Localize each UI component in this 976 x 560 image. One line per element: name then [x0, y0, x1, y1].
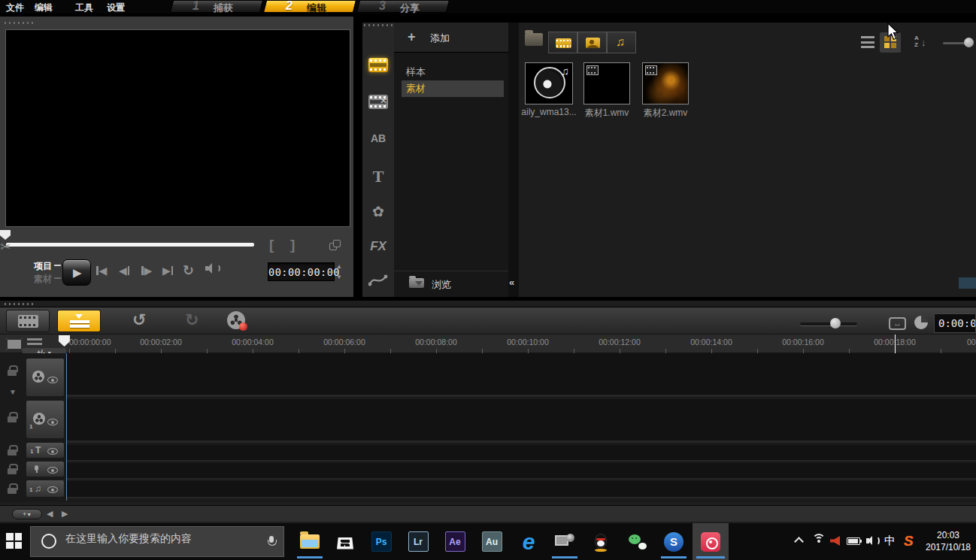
project-mode-label[interactable]: 项目 — [34, 260, 52, 273]
nav-media-icon[interactable] — [362, 58, 394, 75]
spinner-up-icon[interactable]: ▲ — [336, 263, 342, 270]
start-button[interactable] — [6, 533, 22, 549]
volume-tray-icon[interactable] — [866, 535, 879, 546]
sort-button[interactable]: A Z ↓ — [910, 32, 931, 53]
import-folder-icon[interactable] — [525, 33, 543, 46]
tab-capture[interactable]: 1 捕获 — [171, 0, 262, 13]
scroll-left-button[interactable]: ◀ — [47, 509, 53, 519]
taskbar-edge[interactable]: e — [512, 523, 545, 560]
add-header[interactable]: + 添加 — [394, 23, 508, 53]
taskbar-videostudio[interactable] — [548, 523, 581, 560]
library-item-video-2[interactable] — [642, 62, 689, 104]
taskbar-after-effects[interactable]: Ae — [438, 523, 471, 560]
filter-audio-button[interactable]: ♫ — [607, 32, 636, 53]
project-duration-button[interactable] — [914, 316, 928, 329]
battery-icon[interactable] — [847, 537, 860, 545]
voice-track-header[interactable] — [26, 461, 65, 477]
overlay-track-header[interactable]: 1 — [26, 400, 65, 439]
timeline-ruler[interactable]: 00:00:00:00 00:00:02:00 00:00:04:00 00:0… — [0, 334, 976, 353]
list-view-button[interactable] — [857, 32, 878, 53]
menu-settings[interactable]: 设置 — [107, 2, 125, 14]
filter-photo-button[interactable] — [577, 32, 607, 53]
taskbar-clock[interactable]: 20:03 2017/10/18 — [923, 529, 973, 553]
taskbar-audition[interactable]: Au — [475, 523, 508, 560]
library-resize-corner[interactable] — [959, 277, 976, 289]
storyboard-view-button[interactable] — [6, 310, 50, 332]
collapse-panel-button[interactable]: « — [509, 277, 514, 288]
nav-motion-path-icon[interactable] — [362, 273, 394, 291]
playhead-marker[interactable] — [59, 335, 70, 347]
repeat-button[interactable]: ↻ — [183, 262, 194, 279]
overlay-track-row[interactable] — [66, 399, 976, 443]
voice-track-lock-icon[interactable] — [8, 464, 17, 474]
scroll-right-button[interactable]: ▶ — [62, 509, 68, 519]
play-button[interactable]: ▶ — [62, 259, 91, 286]
timeline-view-button[interactable] — [57, 310, 101, 332]
nav-transition-icon[interactable]: ✕ — [362, 95, 394, 112]
search-input[interactable] — [65, 532, 238, 544]
tray-expand-icon[interactable] — [794, 537, 804, 546]
nav-graphic-icon[interactable]: ✿ — [362, 203, 394, 220]
volume-icon[interactable] — [205, 263, 219, 274]
title-track-header[interactable]: 1 T — [26, 442, 65, 459]
wifi-icon[interactable] — [812, 534, 826, 546]
mark-out-button[interactable]: ] — [290, 237, 295, 253]
ime-indicator[interactable]: 中 — [884, 534, 896, 548]
swap-track-button[interactable]: +▼ — [12, 509, 42, 519]
show-all-tracks-icon[interactable] — [6, 338, 23, 350]
browse-button[interactable]: 浏览 — [394, 271, 508, 297]
library-item-audio[interactable]: ♫ — [525, 62, 573, 104]
go-end-button[interactable]: ▶ — [162, 265, 173, 277]
nav-filter-icon[interactable]: FX — [362, 239, 394, 254]
nav-ab-transition-icon[interactable]: AB — [362, 132, 394, 144]
taskbar-photoshop[interactable]: Ps — [365, 523, 398, 560]
preview-timecode[interactable]: 00:00:00:00 — [268, 262, 335, 281]
title-track-row[interactable] — [66, 445, 976, 462]
music-track-row[interactable] — [66, 481, 976, 498]
music-track-header[interactable]: 1 ♫ — [26, 480, 65, 498]
menu-tools[interactable]: 工具 — [75, 2, 93, 14]
clip-mode-label[interactable]: 素材 — [34, 273, 52, 286]
library-item-video-1[interactable] — [583, 62, 630, 104]
music-track-lock-icon[interactable] — [8, 483, 17, 493]
taskbar-store[interactable] — [329, 523, 362, 560]
tray-red-app-icon[interactable] — [830, 536, 840, 546]
next-frame-button[interactable]: ▶ — [141, 265, 152, 277]
thumbnail-size-knob[interactable] — [964, 38, 974, 47]
taskbar-lightroom[interactable]: Lr — [402, 523, 435, 560]
taskbar-wechat[interactable] — [621, 523, 654, 560]
taskbar-search[interactable] — [30, 526, 284, 557]
scrubber-bar[interactable] — [6, 243, 254, 247]
thumbnail-view-button[interactable] — [880, 32, 901, 53]
timeline-zoom-slider[interactable] — [800, 322, 857, 325]
menu-edit[interactable]: 编辑 — [35, 2, 53, 14]
search-mic-icon[interactable] — [267, 536, 276, 549]
video-track-row[interactable] — [66, 353, 976, 397]
spinner-down-icon[interactable]: ▼ — [336, 274, 342, 280]
filter-video-button[interactable] — [548, 32, 577, 53]
gallery-item-samples[interactable]: 样本 — [402, 64, 504, 80]
mark-in-button[interactable]: [ — [269, 237, 274, 253]
taskbar-sogou-browser[interactable]: S — [657, 523, 690, 560]
tab-share[interactable]: 3 分享 — [358, 0, 448, 13]
overlay-track-lock-icon[interactable] — [8, 412, 17, 422]
title-track-lock-icon[interactable] — [8, 445, 17, 455]
taskbar-file-explorer[interactable] — [293, 523, 326, 560]
timeline-timecode[interactable]: 0:00:0 — [934, 313, 976, 333]
timecode-spinner[interactable]: ▲ ▼ — [336, 262, 344, 281]
sogou-ime-icon[interactable]: S — [904, 533, 914, 549]
go-start-button[interactable]: ◀ — [96, 265, 107, 277]
prev-frame-button[interactable]: ◀ — [119, 265, 129, 277]
gallery-item-clips[interactable]: 素材 — [402, 80, 504, 97]
track-collapse-arrow-icon[interactable]: ▼ — [9, 388, 17, 396]
undo-button[interactable]: ↺ — [132, 312, 146, 328]
redo-button[interactable]: ↻ — [185, 312, 199, 328]
video-track-lock-icon[interactable] — [8, 365, 17, 375]
enlarge-preview-icon[interactable] — [329, 240, 341, 250]
video-track-header[interactable] — [26, 358, 65, 397]
menu-file[interactable]: 文件 — [6, 2, 24, 14]
voice-track-row[interactable] — [66, 463, 976, 480]
fit-project-button[interactable]: ↔ — [889, 317, 906, 330]
taskbar-qq[interactable] — [584, 523, 617, 560]
record-capture-button[interactable] — [227, 311, 245, 329]
